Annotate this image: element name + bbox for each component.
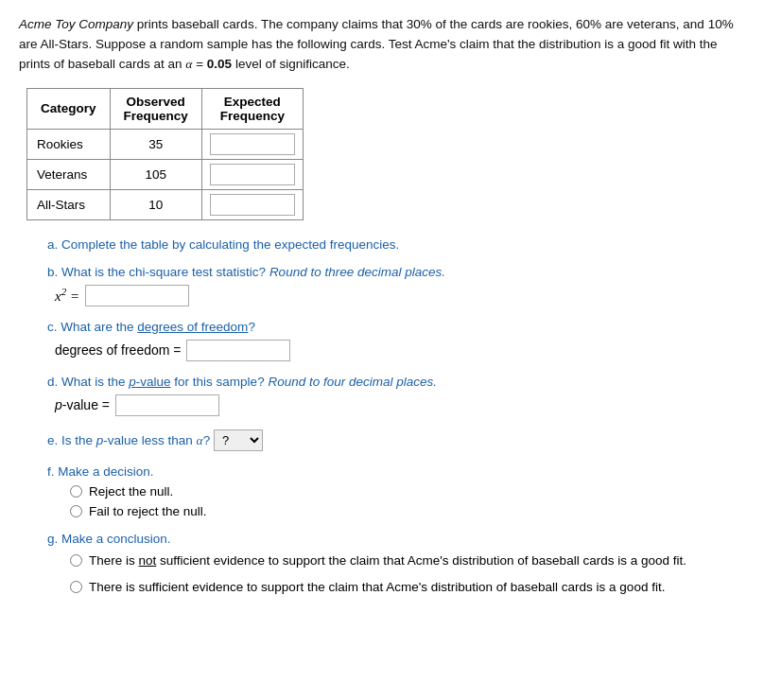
part-e: e. Is the p-value less than α? ? Yes No	[47, 429, 745, 451]
part-c: c. What are the degrees of freedom? degr…	[47, 320, 745, 361]
part-b: b. What is the chi-square test statistic…	[47, 265, 745, 306]
table-row: Veterans 105	[27, 159, 304, 189]
col-expected-header: ExpectedFrequency	[201, 88, 303, 129]
observed-rookies: 35	[110, 129, 201, 159]
expected-allstars-cell	[201, 189, 303, 219]
part-f-label: f. Make a decision.	[47, 464, 745, 479]
not-sufficient-label: There is not sufficient evidence to supp…	[89, 551, 686, 570]
chi-square-symbol: x2 =	[55, 286, 79, 305]
part-g: g. Make a conclusion. There is not suffi…	[47, 532, 745, 598]
category-allstars: All-Stars	[27, 189, 111, 219]
dof-input-row: degrees of freedom =	[55, 340, 745, 361]
fail-to-reject-radio[interactable]	[70, 505, 82, 517]
reject-null-option[interactable]: Reject the null.	[70, 484, 745, 499]
category-rookies: Rookies	[27, 129, 111, 159]
col-category-header: Category	[27, 88, 111, 129]
company-name: Acme Toy Company	[19, 17, 133, 31]
category-veterans: Veterans	[27, 159, 111, 189]
observed-veterans: 105	[110, 159, 201, 189]
not-sufficient-radio[interactable]	[70, 554, 82, 567]
pvalue-input[interactable]	[115, 394, 219, 416]
fail-to-reject-label: Fail to reject the null.	[89, 504, 207, 518]
reject-null-label: Reject the null.	[89, 484, 173, 499]
sufficient-radio[interactable]	[70, 581, 82, 593]
conclusion-radio-group: There is not sufficient evidence to supp…	[70, 551, 745, 598]
reject-null-radio[interactable]	[70, 485, 82, 498]
part-b-label: b. What is the chi-square test statistic…	[47, 265, 745, 279]
pvalue-comparison-dropdown[interactable]: ? Yes No	[214, 429, 263, 451]
expected-rookies-input[interactable]	[210, 133, 295, 155]
dof-field-label: degrees of freedom =	[55, 342, 181, 358]
part-a: a. Complete the table by calculating the…	[47, 237, 745, 252]
table-row: All-Stars 10	[27, 189, 304, 219]
dof-input[interactable]	[186, 340, 290, 361]
col-observed-header: ObservedFrequency	[110, 88, 201, 129]
intro-paragraph: Acme Toy Company prints baseball cards. …	[19, 15, 745, 75]
sufficient-evidence-option[interactable]: There is sufficient evidence to support …	[70, 578, 745, 597]
chi-square-input-row: x2 =	[55, 285, 745, 306]
part-a-label: a. Complete the table by calculating the…	[47, 237, 745, 252]
sufficient-label: There is sufficient evidence to support …	[89, 578, 665, 597]
expected-allstars-input[interactable]	[210, 194, 295, 216]
chi-square-input[interactable]	[85, 285, 189, 306]
expected-rookies-cell	[201, 129, 303, 159]
expected-veterans-input[interactable]	[210, 164, 295, 185]
part-f: f. Make a decision. Reject the null. Fai…	[47, 464, 745, 518]
fail-to-reject-option[interactable]: Fail to reject the null.	[70, 504, 745, 518]
part-d-label: d. What is the p-value for this sample? …	[47, 375, 745, 389]
pvalue-field-label: p-value =	[55, 397, 110, 412]
expected-veterans-cell	[201, 159, 303, 189]
pvalue-input-row: p-value =	[55, 394, 745, 416]
part-e-label: e. Is the p-value less than α? ? Yes No	[47, 429, 745, 451]
table-row: Rookies 35	[27, 129, 304, 159]
decision-radio-group: Reject the null. Fail to reject the null…	[70, 484, 745, 518]
part-g-label: g. Make a conclusion.	[47, 532, 745, 546]
frequency-table: Category ObservedFrequency ExpectedFrequ…	[26, 88, 304, 220]
observed-allstars: 10	[110, 189, 201, 219]
part-d: d. What is the p-value for this sample? …	[47, 375, 745, 416]
part-c-label: c. What are the degrees of freedom?	[47, 320, 745, 334]
not-sufficient-evidence-option[interactable]: There is not sufficient evidence to supp…	[70, 551, 745, 570]
